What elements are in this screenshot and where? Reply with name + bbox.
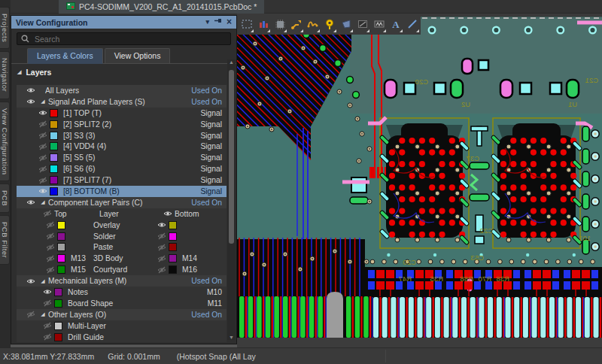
expand-triangle-icon[interactable]: ◢ (38, 311, 48, 317)
layer-color-swatch[interactable] (50, 153, 58, 162)
layer-row[interactable]: ◢Component Layer Pairs (C)Used On (17, 197, 227, 208)
side-tab-pcb[interactable]: PCB (0, 184, 10, 213)
side-tab-navigator[interactable]: Navigator (0, 51, 10, 99)
eye-hidden-icon[interactable] (155, 244, 169, 251)
layer-row[interactable]: ◢Signal And Plane Layers (S)Used On (17, 96, 227, 108)
eye-visible-icon[interactable] (41, 288, 54, 296)
layer-color-swatch[interactable] (50, 176, 58, 184)
layer-row[interactable]: All LayersUsed On (17, 85, 227, 96)
eye-hidden-icon[interactable] (44, 221, 57, 229)
layer-color-swatch[interactable] (54, 322, 62, 330)
place-polygon-icon[interactable] (338, 14, 354, 34)
layer-color-swatch[interactable] (169, 254, 177, 262)
layer-row[interactable]: Board ShapeM11 (17, 298, 227, 309)
layer-row[interactable]: ◢Mechanical Layers (M)Used On (17, 275, 227, 287)
eye-hidden-icon[interactable] (41, 322, 54, 329)
expand-triangle-icon[interactable]: ◢ (38, 278, 48, 284)
place-string-icon[interactable]: A (388, 14, 404, 34)
component-icon[interactable] (272, 14, 288, 34)
layer-color-swatch[interactable] (54, 299, 62, 308)
eye-hidden-icon[interactable] (41, 210, 54, 217)
layer-row[interactable]: [8] BOTTOM (B)Signal (17, 186, 227, 197)
eye-hidden-icon[interactable] (44, 266, 57, 274)
pair-row[interactable]: M133D BodyM14 (17, 253, 227, 264)
route-track-icon[interactable] (288, 14, 305, 34)
layer-row[interactable]: [7] SPLIT7 (7)Signal (17, 174, 227, 186)
placement-icon[interactable] (255, 14, 272, 34)
pair-row[interactable]: Paste (17, 241, 227, 253)
side-tab-pcb-filter[interactable]: PCB Filter (0, 215, 10, 265)
eye-visible-icon[interactable] (36, 187, 50, 195)
eye-hidden-icon[interactable] (36, 154, 50, 162)
search-box[interactable] (17, 32, 231, 45)
layer-color-swatch[interactable] (50, 120, 58, 129)
expand-triangle-icon[interactable]: ◢ (38, 199, 48, 205)
eye-hidden-icon[interactable] (36, 177, 50, 184)
tune-route-icon[interactable] (305, 14, 321, 34)
scroll-thumb[interactable] (229, 70, 234, 244)
layer-row[interactable]: [4] VDD4 (4)Signal (17, 141, 227, 152)
layer-row[interactable]: Multi-Layer (17, 320, 227, 332)
eye-hidden-icon[interactable] (44, 255, 57, 262)
layer-row[interactable]: [6] S6 (6)Signal (17, 163, 227, 174)
eye-hidden-icon[interactable] (41, 333, 54, 341)
layer-color-swatch[interactable] (57, 243, 65, 251)
scroll-up-icon[interactable]: ▲ (227, 59, 236, 65)
eye-visible-icon[interactable] (24, 278, 38, 285)
eye-hidden-icon[interactable] (24, 311, 38, 318)
layer-color-swatch[interactable] (169, 221, 177, 229)
panel-menu-button[interactable]: ▾ (205, 16, 209, 29)
layer-color-swatch[interactable] (57, 221, 65, 229)
layer-color-swatch[interactable] (50, 165, 58, 173)
pair-row[interactable]: Overlay (17, 220, 227, 231)
eye-visible-icon[interactable] (155, 221, 169, 229)
layer-color-swatch[interactable] (169, 243, 177, 251)
layer-color-swatch[interactable] (57, 265, 65, 274)
eye-hidden-icon[interactable] (36, 132, 50, 139)
side-tab-projects[interactable]: Projects (0, 7, 10, 49)
layer-color-swatch[interactable] (50, 142, 58, 150)
pair-row[interactable]: M15CourtyardM16 (17, 264, 227, 275)
layer-color-swatch[interactable] (57, 232, 65, 241)
layer-color-swatch[interactable] (54, 288, 62, 296)
layer-color-swatch[interactable] (50, 187, 58, 196)
layer-row[interactable]: [3] S3 (3)Signal (17, 130, 227, 141)
eye-hidden-icon[interactable] (44, 244, 57, 251)
eye-visible-icon[interactable] (161, 210, 175, 217)
eye-hidden-icon[interactable] (155, 266, 169, 274)
place-via-icon[interactable] (321, 14, 338, 34)
document-tab[interactable]: PC4-SODIMM_V200_RC_A1_20141015.PcbDoc * (59, 0, 264, 14)
panel-close-button[interactable]: × (227, 16, 232, 29)
tab-layers-colors[interactable]: Layers & Colors (27, 48, 103, 64)
keepout-icon[interactable] (354, 14, 371, 34)
eye-hidden-icon[interactable] (155, 255, 169, 262)
layer-color-swatch[interactable] (57, 254, 65, 262)
layer-color-swatch[interactable] (54, 333, 62, 341)
eye-hidden-icon[interactable] (44, 232, 57, 240)
eye-hidden-icon[interactable] (36, 165, 50, 173)
eye-hidden-icon[interactable] (41, 299, 54, 307)
side-tab-view-configuration[interactable]: View Configuration (0, 102, 10, 182)
pair-row[interactable]: Solder (17, 231, 227, 242)
eye-visible-icon[interactable] (36, 109, 50, 117)
eye-visible-icon[interactable] (24, 98, 38, 105)
layer-color-swatch[interactable] (169, 232, 177, 241)
layer-row[interactable]: [5] S5 (5)Signal (17, 152, 227, 163)
scroll-down-icon[interactable]: ▼ (227, 335, 236, 340)
eye-hidden-icon[interactable] (36, 143, 50, 150)
eye-hidden-icon[interactable] (155, 232, 169, 240)
panel-scrollbar[interactable]: ▲ ▼ (227, 59, 236, 340)
tab-view-options[interactable]: View Options (105, 48, 171, 63)
marquee-select-icon[interactable] (239, 14, 255, 34)
layer-color-swatch[interactable] (169, 265, 177, 274)
layer-row[interactable]: NotesM10 (17, 287, 227, 298)
layer-row[interactable]: ◢Other Layers (O)Used On (17, 309, 227, 320)
panel-pin-button[interactable] (214, 16, 221, 29)
layer-row[interactable]: Drill Guide (17, 332, 227, 343)
layers-section-header[interactable]: ◢ Layers (11, 64, 236, 80)
layer-color-swatch[interactable] (50, 109, 58, 117)
layer-row[interactable]: [2] SPLIT2 (2)Signal (17, 119, 227, 130)
expand-triangle-icon[interactable]: ◢ (38, 99, 48, 105)
search-input[interactable] (33, 34, 206, 44)
layer-row[interactable]: [1] TOP (T)Signal (17, 108, 227, 119)
